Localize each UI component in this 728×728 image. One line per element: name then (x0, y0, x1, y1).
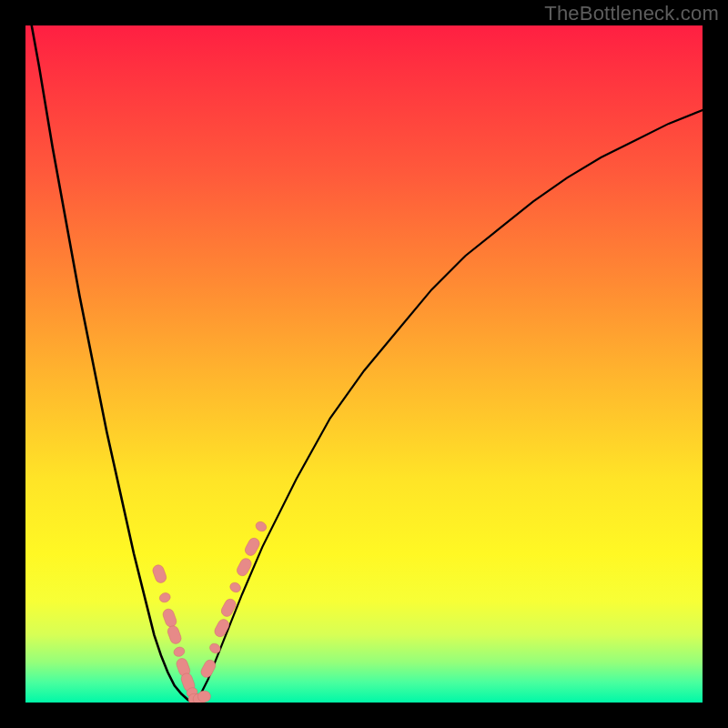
markers-bottom-point (197, 691, 210, 702)
chart-svg (25, 25, 703, 703)
markers-right-point (208, 642, 222, 654)
markers-left-point (161, 608, 177, 629)
watermark-text: TheBottleneck.com (544, 2, 719, 25)
markers-right-point (254, 520, 268, 532)
plot-area (25, 25, 703, 703)
markers-left-point (173, 645, 187, 658)
markers-right-point (228, 581, 242, 593)
chart-frame: TheBottleneck.com (0, 0, 728, 728)
markers-left-point (167, 624, 183, 645)
markers-right-point (213, 618, 231, 639)
markers-left-point (151, 563, 167, 584)
markers-right-point (219, 597, 238, 618)
left-branch-path (25, 25, 195, 703)
markers-left-point (158, 592, 172, 604)
right-branch-path (195, 110, 703, 703)
